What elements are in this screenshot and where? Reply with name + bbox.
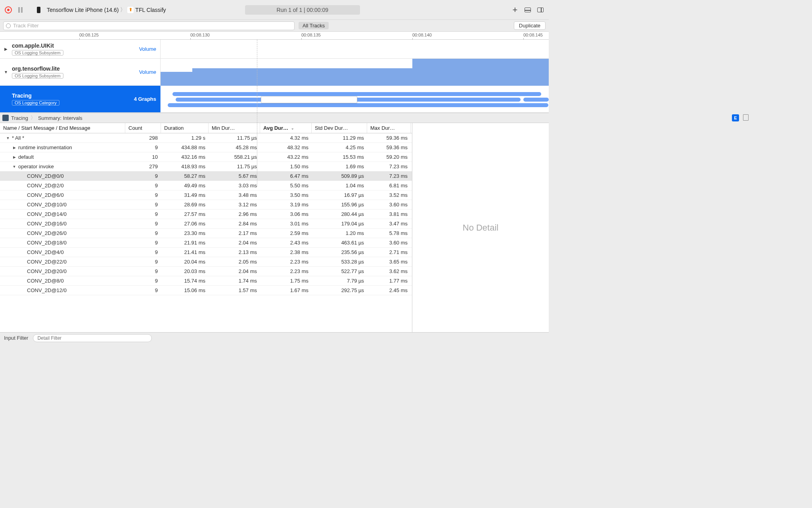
col-min[interactable]: Min Dur…: [209, 123, 260, 133]
track-metric[interactable]: Volume: [139, 69, 156, 75]
layout-sidebar-button[interactable]: [537, 6, 544, 13]
detail-filter-input[interactable]: [33, 334, 152, 342]
record-button[interactable]: [5, 6, 12, 13]
track-metric[interactable]: 4 Graphs: [134, 96, 156, 102]
target-breadcrumb[interactable]: Tensorflow Lite iPhone (14.6) 〉 ⬆ TFL Cl…: [47, 6, 166, 13]
table-row[interactable]: CONV_2D@20/0920.03 ms2.04 ms2.23 ms522.7…: [0, 267, 412, 276]
disclosure-icon[interactable]: ▼: [12, 165, 17, 169]
track-uikit[interactable]: ▶ com.apple.UIKit OS Logging Subsystem V…: [0, 40, 549, 59]
track-tracing[interactable]: Tracing OS Logging Category 4 Graphs ope…: [0, 86, 549, 113]
chevron-right-icon: 〉: [31, 114, 36, 121]
cell-count: 9: [125, 287, 161, 293]
cell-min: 1.74 ms: [209, 278, 260, 284]
cell-std: 4.25 ms: [312, 144, 367, 150]
cell-min: 11.75 µs: [209, 164, 260, 169]
instrument-icon: [2, 115, 9, 121]
ruler-tick: 00:08.140: [412, 33, 432, 37]
graph-interval[interactable]: [172, 92, 541, 96]
table-row[interactable]: CONV_2D@4/0921.41 ms2.13 ms2.38 ms235.56…: [0, 248, 412, 257]
disclosure-down-icon[interactable]: ▼: [0, 70, 12, 74]
cell-avg: 48.32 ms: [260, 144, 312, 150]
cell-avg: 3.01 ms: [260, 221, 312, 227]
cell-count: 9: [125, 240, 161, 246]
track-metric[interactable]: Volume: [139, 46, 156, 52]
cell-duration: 23.30 ms: [161, 230, 209, 236]
disclosure-icon[interactable]: ▼: [6, 136, 10, 140]
time-ruler[interactable]: 00:08.125 00:08.130 00:08.135 00:08.140 …: [0, 32, 549, 40]
volume-bar: [192, 68, 412, 86]
path-summary[interactable]: Summary: Intervals: [38, 115, 82, 121]
ruler-tick: 00:08.130: [190, 33, 210, 37]
cell-std: 522.77 µs: [312, 268, 367, 274]
cell-avg: 2.38 ms: [260, 249, 312, 255]
cell-duration: 21.91 ms: [161, 240, 209, 246]
pause-button[interactable]: [18, 7, 23, 13]
cell-duration: 1.29 s: [161, 135, 209, 141]
table-row[interactable]: ▶runtime instrumentation9434.88 ms45.28 …: [0, 143, 412, 152]
cell-avg: 1.67 ms: [260, 287, 312, 293]
track-tflite[interactable]: ▼ org.tensorflow.lite OS Logging Subsyst…: [0, 59, 549, 86]
table-row[interactable]: CONV_2D@12/0915.06 ms1.57 ms1.67 ms292.7…: [0, 286, 412, 295]
table-row[interactable]: CONV_2D@10/0928.69 ms3.12 ms3.19 ms155.9…: [0, 200, 412, 210]
cell-max: 3.52 ms: [367, 192, 411, 198]
cell-min: 11.75 µs: [209, 135, 260, 141]
cell-std: 7.79 µs: [312, 278, 367, 284]
disclosure-icon[interactable]: ▶: [12, 146, 17, 150]
cell-duration: 27.06 ms: [161, 221, 209, 227]
col-max[interactable]: Max Dur…: [367, 123, 411, 133]
cell-duration: 21.41 ms: [161, 249, 209, 255]
table-row[interactable]: ▼* All *2981.29 s11.75 µs4.32 ms11.29 ms…: [0, 133, 412, 143]
cell-count: 10: [125, 154, 161, 160]
sort-desc-icon: ⌄: [291, 126, 294, 130]
col-avg[interactable]: Avg Dur… ⌄: [260, 123, 312, 133]
cell-std: 463.61 µs: [312, 240, 367, 246]
detail-path-bar: Tracing 〉 Summary: Intervals E: [0, 113, 549, 123]
graph-interval[interactable]: [168, 103, 548, 107]
table-row[interactable]: CONV_2D@8/0915.74 ms1.74 ms1.75 ms7.79 µ…: [0, 276, 412, 286]
cell-min: 558.21 µs: [209, 154, 260, 160]
col-count[interactable]: Count: [125, 123, 161, 133]
table-row[interactable]: CONV_2D@14/0927.57 ms2.96 ms3.06 ms280.4…: [0, 210, 412, 219]
cell-name: CONV_2D@26/0: [0, 230, 125, 236]
cell-max: 3.81 ms: [367, 211, 411, 217]
table-row[interactable]: CONV_2D@22/0920.04 ms2.05 ms2.23 ms533.2…: [0, 257, 412, 267]
interval-tooltip: operator invoke: CONV_2D@0/0 (6.76 ms): [261, 96, 357, 103]
duplicate-button[interactable]: Duplicate: [514, 21, 546, 30]
cell-max: 3.60 ms: [367, 240, 411, 246]
add-button[interactable]: [511, 6, 519, 13]
track-tag: OS Logging Subsystem: [12, 73, 63, 79]
table-row[interactable]: ▼operator invoke279418.93 ms11.75 µs1.50…: [0, 162, 412, 171]
graph-interval[interactable]: [523, 98, 549, 102]
table-row[interactable]: CONV_2D@2/0949.49 ms3.03 ms5.50 ms1.04 m…: [0, 181, 412, 190]
table-row[interactable]: CONV_2D@0/0958.27 ms5.67 ms6.47 ms509.89…: [0, 171, 412, 181]
table-row[interactable]: CONV_2D@6/0931.49 ms3.48 ms3.50 ms16.97 …: [0, 190, 412, 200]
disclosure-icon[interactable]: ▶: [12, 155, 17, 159]
track-filter-input[interactable]: Track Filter: [3, 21, 295, 30]
col-duration[interactable]: Duration: [161, 123, 209, 133]
path-tracing[interactable]: Tracing: [11, 115, 28, 121]
disclosure-right-icon[interactable]: ▶: [0, 47, 12, 51]
track-filter-placeholder: Track Filter: [13, 23, 39, 29]
layout-stack-button[interactable]: [524, 6, 531, 13]
cell-avg: 6.47 ms: [260, 173, 312, 179]
col-std[interactable]: Std Dev Dur…: [312, 123, 367, 133]
track-tag: OS Logging Category: [12, 100, 59, 106]
cell-name: CONV_2D@22/0: [0, 259, 125, 265]
table-row[interactable]: CONV_2D@26/0923.30 ms2.17 ms2.59 ms1.20 …: [0, 229, 412, 238]
table-row[interactable]: ▶default10432.16 ms558.21 µs43.22 ms15.5…: [0, 152, 412, 162]
run-status-pill[interactable]: Run 1 of 1 | 00:00:09: [245, 5, 360, 15]
table-header: Name / Start Message / End Message Count…: [0, 123, 412, 133]
cell-max: 3.60 ms: [367, 202, 411, 208]
all-tracks-pill[interactable]: All Tracks: [299, 22, 329, 29]
cell-min: 3.03 ms: [209, 183, 260, 189]
input-filter-label[interactable]: Input Filter: [4, 335, 28, 341]
table-row[interactable]: CONV_2D@16/0927.06 ms2.84 ms3.01 ms179.0…: [0, 219, 412, 229]
cell-name: CONV_2D@20/0: [0, 268, 125, 274]
cell-duration: 432.16 ms: [161, 154, 209, 160]
cell-count: 9: [125, 259, 161, 265]
tracks-area[interactable]: ▶ com.apple.UIKit OS Logging Subsystem V…: [0, 40, 549, 113]
col-name[interactable]: Name / Start Message / End Message: [0, 123, 125, 133]
table-row[interactable]: CONV_2D@18/0921.91 ms2.04 ms2.43 ms463.6…: [0, 238, 412, 248]
cell-std: 1.20 ms: [312, 230, 367, 236]
table-body[interactable]: ▼* All *2981.29 s11.75 µs4.32 ms11.29 ms…: [0, 133, 412, 332]
